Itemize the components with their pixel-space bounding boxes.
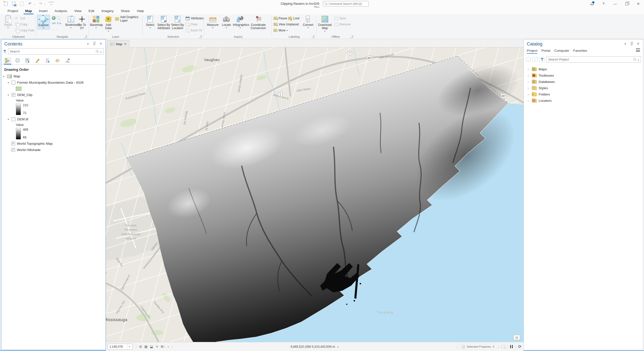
- contents-search-input[interactable]: [10, 50, 94, 53]
- tab-view[interactable]: View: [71, 8, 85, 14]
- command-search-input[interactable]: [329, 2, 367, 5]
- pin-icon[interactable]: [93, 42, 96, 45]
- tab-list-by-charts[interactable]: [64, 57, 72, 64]
- download-map-button[interactable]: Download Map▾: [318, 15, 332, 32]
- layer-checkbox-checked[interactable]: [12, 93, 15, 97]
- copy-path-button[interactable]: Copy Path: [15, 28, 34, 33]
- back-icon[interactable]: [526, 57, 531, 62]
- catalog-menu-icon[interactable]: [636, 48, 640, 52]
- expand-icon[interactable]: [528, 68, 530, 71]
- layer-item-dem-clip[interactable]: DEM_Clip: [1, 92, 106, 98]
- tab-help[interactable]: Help: [133, 8, 147, 14]
- catalog-item-styles[interactable]: Styles: [524, 85, 643, 91]
- crosshair-icon[interactable]: ✛: [156, 345, 158, 348]
- command-search[interactable]: [323, 1, 369, 7]
- expand-icon[interactable]: [2, 74, 6, 78]
- tab-list-by-labeling[interactable]: [54, 57, 62, 64]
- close-button[interactable]: [632, 0, 644, 8]
- tab-list-by-editing[interactable]: [34, 57, 41, 64]
- catalog-item-toolboxes[interactable]: Toolboxes: [524, 72, 643, 79]
- paste-button[interactable]: Paste▾: [2, 15, 14, 29]
- scale-combobox[interactable]: ▾: [108, 344, 133, 350]
- tab-imagery[interactable]: Imagery: [98, 8, 117, 14]
- expand-icon[interactable]: [528, 93, 530, 96]
- catalog-tab-favorites[interactable]: Favorites: [573, 49, 587, 54]
- refresh-icon[interactable]: [518, 344, 522, 349]
- save-project-icon[interactable]: [19, 1, 25, 7]
- tab-map[interactable]: Map: [22, 8, 35, 14]
- labeling-lock-button[interactable]: 🔒Lock: [288, 16, 299, 21]
- tab-list-by-drawing-order[interactable]: [4, 57, 11, 64]
- layer-checkbox-checked[interactable]: [11, 148, 15, 152]
- copy-button[interactable]: Copy: [15, 22, 27, 27]
- close-panel-icon[interactable]: [100, 42, 102, 45]
- expand-icon[interactable]: [7, 93, 10, 96]
- dem-tif-gradient-swatch[interactable]: [16, 128, 21, 139]
- tab-project[interactable]: Project: [4, 8, 22, 14]
- previous-next-extent-buttons[interactable]: ←→: [52, 26, 59, 31]
- grid-icon[interactable]: ▦: [144, 345, 147, 348]
- redo-icon[interactable]: [38, 1, 44, 7]
- catalog-tab-portal[interactable]: Portal: [541, 49, 550, 54]
- labeling-dialog-launcher[interactable]: [311, 35, 314, 38]
- polygon-symbol-swatch[interactable]: [16, 87, 21, 91]
- selection-dialog-launcher[interactable]: [199, 35, 202, 38]
- expand-icon[interactable]: [528, 87, 530, 89]
- layer-item-world-hillshade[interactable]: World Hillshade: [1, 147, 106, 153]
- labeling-more-button[interactable]: More▾: [274, 28, 288, 33]
- full-extent-button[interactable]: [52, 15, 60, 20]
- expand-icon[interactable]: [528, 81, 530, 83]
- filter-icon[interactable]: [539, 57, 545, 62]
- expand-icon[interactable]: [528, 74, 530, 77]
- customize-qat-icon[interactable]: [49, 2, 54, 6]
- panel-menu-chevron-icon[interactable]: [624, 42, 626, 45]
- selected-features-indicator[interactable]: Selected Features: 0: [460, 344, 496, 349]
- filter-icon[interactable]: [3, 50, 7, 53]
- expand-icon[interactable]: [7, 117, 10, 121]
- add-data-button[interactable]: Add Data▾: [103, 15, 114, 32]
- locate-button[interactable]: Locate▾: [221, 15, 232, 29]
- add-graphics-layer-button[interactable]: Add Graphics Layer: [115, 16, 141, 21]
- expand-icon[interactable]: [7, 81, 10, 84]
- snapping-toggle-icon[interactable]: ⬓: [150, 345, 153, 348]
- infographics-button[interactable]: Infographics▾: [233, 15, 247, 29]
- tab-analysis[interactable]: Analysis: [51, 8, 71, 14]
- layer-item-dem-tif[interactable]: DEM.tif: [1, 116, 106, 122]
- catalog-tab-computer[interactable]: Computer: [554, 49, 569, 54]
- measure-button[interactable]: Measure▾: [206, 15, 219, 29]
- coordinate-readout[interactable]: 8,865,520.26W 5,423,443.50N m ∨: [291, 345, 339, 348]
- home-icon[interactable]: [532, 57, 538, 62]
- select-by-attributes-button[interactable]: Select By Attributes: [157, 15, 170, 30]
- expand-icon[interactable]: [528, 99, 530, 102]
- close-panel-icon[interactable]: [637, 42, 639, 45]
- sync-button[interactable]: Sync: [334, 16, 346, 21]
- clear-selected-icon[interactable]: [501, 345, 505, 348]
- coordinate-conversion-button[interactable]: Coordinate Conversion: [249, 15, 267, 30]
- tab-list-by-data-source[interactable]: [14, 57, 21, 64]
- labeling-pause-button[interactable]: ‖Pause: [274, 16, 287, 21]
- search-options-chevron-icon[interactable]: [637, 57, 639, 62]
- pin-icon[interactable]: [630, 42, 633, 45]
- statusbar-chevron-icon[interactable]: ∨: [167, 345, 169, 348]
- redo-chevron-icon[interactable]: ⌄: [44, 3, 46, 5]
- help-button[interactable]: ?: [598, 0, 609, 8]
- zoom-to-selection-button[interactable]: Zoom To: [186, 28, 202, 33]
- undo-icon[interactable]: [27, 1, 33, 7]
- north-arrow-icon[interactable]: N↑: [161, 345, 165, 348]
- tab-insert[interactable]: Insert: [35, 8, 51, 14]
- bookmarks-button[interactable]: Bookmarks▾: [65, 15, 76, 29]
- map-overview-button[interactable]: [513, 335, 520, 340]
- catalog-tab-project[interactable]: Project: [527, 49, 537, 54]
- open-project-icon[interactable]: [11, 1, 17, 7]
- pause-drawing-icon[interactable]: [510, 345, 513, 348]
- layer-checkbox-unchecked[interactable]: [12, 117, 15, 121]
- basemap-button[interactable]: Basemap▾: [90, 15, 102, 29]
- layer-item-map[interactable]: Map: [1, 73, 106, 79]
- remove-button[interactable]: Remove: [334, 22, 351, 27]
- layer-item-boundaries[interactable]: Former Municipality Boundaries Data - 43…: [1, 79, 106, 86]
- navigate-dialog-launcher[interactable]: [84, 35, 87, 38]
- undo-chevron-icon[interactable]: ⌄: [33, 3, 35, 5]
- layer-item-world-topographic[interactable]: World Topographic Map: [1, 140, 106, 147]
- select-by-location-button[interactable]: Select By Location: [171, 15, 184, 30]
- catalog-search-input[interactable]: [548, 58, 632, 61]
